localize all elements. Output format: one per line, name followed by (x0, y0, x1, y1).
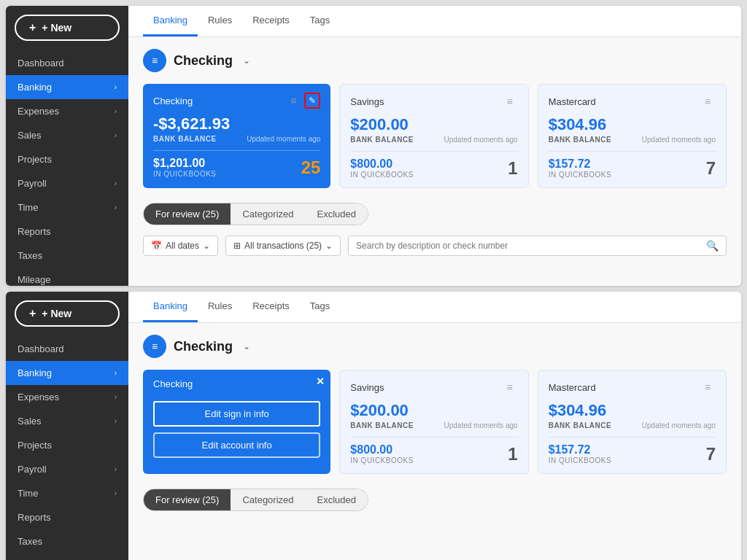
filter-icon: ⊞ (233, 241, 241, 251)
card-icons: ≡ ✎ (285, 93, 320, 109)
all-transactions-label: All transactions (25) (244, 241, 322, 251)
in-qb-amount: $157.72 (549, 443, 612, 456)
chevron-down-icon: ⌄ (203, 241, 210, 251)
updated-text: Updated moments ago (444, 136, 517, 144)
sidebar-item-sales[interactable]: Sales › (6, 123, 128, 147)
filter-tab-for-review-2[interactable]: For review (25) (144, 489, 231, 510)
in-qb-amount: $1,201.00 (153, 157, 217, 170)
tab-rules-2[interactable]: Rules (198, 292, 242, 322)
sidebar-item-banking[interactable]: Banking › (6, 361, 128, 385)
sidebar-label: Banking (18, 82, 52, 93)
sidebar-item-time[interactable]: Time › (6, 481, 128, 505)
sidebar-item-expenses[interactable]: Expenses › (6, 99, 128, 123)
search-input[interactable] (356, 241, 706, 251)
panel-2: + + New Dashboard Banking › Expenses › S… (6, 292, 741, 560)
all-dates-label: All dates (166, 241, 199, 251)
sidebar-item-banking[interactable]: Banking › (6, 75, 128, 99)
dropdown-menu: Edit sign in info Edit account info (153, 401, 320, 458)
bank-balance-label: BANK BALANCE (350, 136, 414, 144)
close-icon[interactable]: ✕ (316, 376, 325, 387)
transaction-count: 1 (508, 444, 517, 464)
menu-icon[interactable]: ≡ (700, 379, 716, 395)
balance-row: BANK BALANCE Updated moments ago (350, 136, 517, 144)
in-qb-label: IN QUICKBOOKS (153, 170, 217, 178)
edit-sign-in-button[interactable]: Edit sign in info (153, 401, 320, 427)
in-qb-amount: $800.00 (350, 158, 414, 171)
card-header: Checking ✕ (153, 378, 320, 389)
mastercard-card: Mastercard ≡ $304.96 BANK BALANCE Update… (538, 84, 727, 188)
tab-receipts-2[interactable]: Receipts (242, 292, 300, 322)
sidebar-label: Expenses (18, 106, 59, 117)
all-transactions-button[interactable]: ⊞ All transactions (25) ⌄ (225, 236, 341, 256)
account-title-1: Checking (174, 53, 233, 69)
sidebar-item-projects[interactable]: Projects (6, 433, 128, 457)
new-button-2[interactable]: + + New (15, 300, 120, 327)
sidebar-item-taxes[interactable]: Taxes (6, 529, 128, 553)
sidebar-item-reports[interactable]: Reports (6, 505, 128, 529)
sidebar-item-sales[interactable]: Sales › (6, 409, 128, 433)
sidebar-label: Dashboard (18, 58, 64, 69)
menu-icon[interactable]: ≡ (285, 93, 301, 109)
new-button-1[interactable]: + + New (15, 15, 120, 41)
tab-tags-2[interactable]: Tags (300, 292, 340, 322)
menu-icon[interactable]: ≡ (502, 93, 518, 109)
tab-rules-1[interactable]: Rules (198, 6, 242, 36)
tab-banking-1[interactable]: Banking (143, 6, 198, 36)
sidebar-label: Projects (18, 154, 52, 165)
transaction-count: 7 (706, 158, 716, 179)
sidebar-item-dashboard[interactable]: Dashboard (6, 337, 128, 361)
filter-bar-2: For review (25) Categorized Excluded (143, 489, 727, 511)
filter-bar-1: For review (25) Categorized Excluded (143, 203, 727, 225)
chevron-down-icon[interactable]: ⌄ (243, 341, 250, 351)
sidebar-item-time[interactable]: Time › (6, 195, 128, 219)
account-icon-1: ≡ (143, 49, 166, 72)
sidebar-item-taxes[interactable]: Taxes (6, 244, 128, 268)
sidebar-label: Taxes (18, 536, 42, 547)
chevron-right-icon: › (115, 203, 117, 211)
in-qb-label: IN QUICKBOOKS (350, 171, 414, 179)
menu-icon[interactable]: ≡ (700, 93, 716, 109)
search-box[interactable]: 🔍 (348, 236, 727, 256)
filter-tab-excluded[interactable]: Excluded (306, 203, 368, 225)
card-name: Checking (153, 378, 193, 389)
balance-row: BANK BALANCE Updated moments ago (350, 421, 517, 429)
card-name: Mastercard (549, 382, 596, 393)
edit-account-button[interactable]: Edit account info (153, 432, 320, 458)
tab-receipts-1[interactable]: Receipts (242, 6, 300, 36)
account-icon-2: ≡ (143, 335, 166, 358)
filter-tabs-2: For review (25) Categorized Excluded (143, 489, 368, 511)
chevron-right-icon: › (115, 369, 117, 377)
updated-text: Updated moments ago (642, 421, 716, 429)
bank-balance-amount: $200.00 (350, 401, 517, 420)
sidebar-item-payroll[interactable]: Payroll › (6, 171, 128, 195)
new-label-1: + New (42, 22, 71, 34)
updated-text: Updated moments ago (444, 421, 517, 429)
edit-icon[interactable]: ✎ (304, 93, 320, 109)
menu-icon[interactable]: ≡ (502, 379, 518, 395)
in-qb-section: $800.00 IN QUICKBOOKS (350, 158, 414, 179)
sidebar-label: Projects (18, 440, 52, 451)
sidebar-item-dashboard[interactable]: Dashboard (6, 51, 128, 75)
sidebar-1: + + New Dashboard Banking › Expenses › S… (6, 6, 128, 286)
card-bottom: $157.72 IN QUICKBOOKS 7 (549, 437, 716, 464)
chevron-right-icon: › (115, 417, 117, 425)
filter-tab-for-review[interactable]: For review (25) (144, 203, 231, 225)
sidebar-item-payroll[interactable]: Payroll › (6, 457, 128, 481)
filter-tab-excluded-2[interactable]: Excluded (306, 489, 368, 510)
chevron-right-icon: › (115, 107, 117, 115)
chevron-right-icon: › (115, 489, 117, 497)
tab-banking-2[interactable]: Banking (143, 292, 198, 322)
all-dates-button[interactable]: 📅 All dates ⌄ (143, 236, 218, 256)
chevron-right-icon: › (115, 179, 117, 187)
sidebar-label: Mileage (18, 274, 51, 285)
chevron-down-icon[interactable]: ⌄ (243, 55, 250, 66)
sidebar-item-reports[interactable]: Reports (6, 219, 128, 244)
filter-tab-categorized[interactable]: Categorized (231, 203, 305, 225)
tab-tags-1[interactable]: Tags (300, 6, 340, 36)
sidebar-item-expenses[interactable]: Expenses › (6, 385, 128, 409)
filter-tab-categorized-2[interactable]: Categorized (231, 489, 305, 510)
card-bottom: $157.72 IN QUICKBOOKS 7 (549, 151, 716, 179)
sidebar-item-projects[interactable]: Projects (6, 147, 128, 171)
sidebar-item-mileage[interactable]: Mileage (6, 268, 128, 286)
bank-balance-label: BANK BALANCE (350, 421, 414, 429)
